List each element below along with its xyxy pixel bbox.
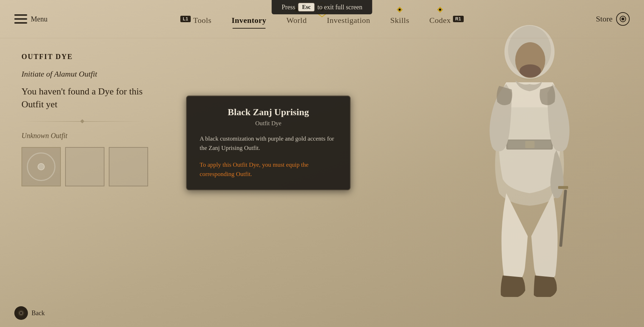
tab-investigation-label: Investigation [327, 16, 370, 25]
unknown-outfit-label: Unknown Outfit [21, 132, 186, 140]
info-card-description: A black customization with purple and go… [200, 134, 337, 153]
tab-codex[interactable]: Codex R1 [419, 3, 461, 35]
dye-dot-1 [38, 163, 45, 170]
section-title: OUTFIT DYE [21, 53, 186, 61]
menu-button[interactable]: Menu [14, 14, 48, 24]
back-area[interactable]: Back [14, 306, 45, 320]
tab-world-label: World [287, 16, 307, 25]
left-panel: OUTFIT DYE Initiate of Alamut Outfit You… [0, 38, 208, 327]
info-card-subtitle: Outfit Dye [200, 120, 337, 127]
store-label: Store [596, 14, 613, 24]
tab-inventory[interactable]: Inventory [221, 3, 276, 35]
tab-inventory-label: Inventory [231, 16, 266, 25]
dye-item-2[interactable] [65, 147, 104, 186]
dye-item-1[interactable] [21, 147, 61, 186]
fullscreen-press-text: Press [282, 4, 295, 11]
svg-point-20 [621, 18, 624, 20]
fullscreen-notification: Press Esc to exit full screen [272, 0, 372, 14]
tab-skills[interactable]: Skills [380, 3, 419, 35]
tab-tools[interactable]: L1 Tools [183, 3, 221, 35]
esc-key-badge: Esc [298, 3, 314, 11]
store-icon [616, 12, 630, 26]
menu-label: Menu [31, 15, 48, 23]
svg-point-23 [20, 312, 22, 314]
back-circle-icon [14, 306, 28, 320]
section-divider [21, 121, 143, 122]
svg-point-18 [439, 9, 441, 11]
info-card-title: Black Zanj Uprising [200, 107, 337, 118]
dye-item-1-inner [27, 152, 55, 181]
dye-item-3[interactable] [109, 147, 148, 186]
store-button[interactable]: Store [596, 12, 630, 26]
info-card: Black Zanj Uprising Outfit Dye A black c… [186, 96, 351, 190]
codex-badge [436, 6, 444, 15]
menu-icon [14, 14, 27, 24]
back-label: Back [31, 309, 45, 317]
fullscreen-suffix-text: to exit full screen [317, 4, 362, 11]
outfit-name: Initiate of Alamut Outfit [21, 69, 186, 79]
l1-badge: L1 [180, 16, 191, 22]
skills-badge [396, 6, 403, 15]
dye-grid [21, 147, 186, 186]
tab-skills-label: Skills [390, 16, 409, 25]
svg-point-16 [399, 9, 401, 11]
r1-badge: R1 [453, 16, 464, 22]
tab-codex-label: Codex [429, 16, 451, 25]
tab-tools-label: Tools [193, 16, 211, 25]
info-card-warning: To apply this Outfit Dye, you must equip… [200, 160, 337, 179]
main-content: OUTFIT DYE Initiate of Alamut Outfit You… [0, 38, 644, 327]
no-dye-message: You haven't found a Dye for this Outfit … [21, 85, 157, 111]
